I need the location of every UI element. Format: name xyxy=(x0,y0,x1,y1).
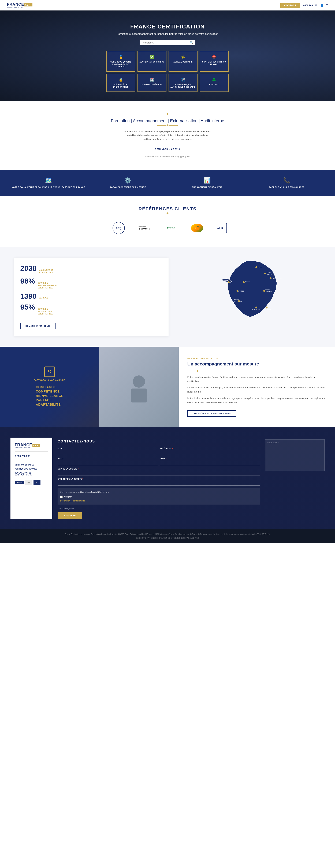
privacy-policy-link[interactable]: Déclaration de confidentialité xyxy=(60,500,85,502)
cat-label-0: GÉNÉRIQUE QUALITÉ ENVIRONNEMENT ÉNERGIE xyxy=(108,61,134,68)
cat-icon-6: ✈️ xyxy=(181,77,185,82)
carousel-prev[interactable]: ‹ xyxy=(99,224,103,232)
value-word-0: CONFIANCE xyxy=(36,385,63,389)
values-section: FC PARTAGEONS NOS VALEURS CONFIANCE COMP… xyxy=(0,347,335,427)
stat-number-1: 98% xyxy=(20,277,35,285)
hero-subtitle: Formation et accompagnement personnalisé… xyxy=(106,32,229,36)
fc-badge-text: FC xyxy=(47,370,52,373)
menu-icon[interactable]: ☰ xyxy=(326,4,328,7)
client-logo-4: CFR xyxy=(213,223,227,233)
hero-categories: 🏅 GÉNÉRIQUE QUALITÉ ENVIRONNEMENT ÉNERGI… xyxy=(106,51,229,92)
required-email: * xyxy=(166,458,167,460)
divider-line-right2 xyxy=(169,125,178,126)
client-atpgc: ATPGC xyxy=(166,226,175,229)
input-email[interactable] xyxy=(160,461,260,465)
intro-divider-mid xyxy=(7,125,328,126)
contact-button[interactable]: CONTACT xyxy=(280,3,300,8)
message-textarea[interactable] xyxy=(265,439,325,471)
politique-cookies-link[interactable]: POLITIQUE DE COOKIES xyxy=(15,468,37,470)
city-dot-strasbourg xyxy=(270,277,271,279)
person-icon[interactable]: 👤 xyxy=(320,4,324,7)
required-ville: * xyxy=(64,458,64,460)
contact-logo-cert: CERT xyxy=(32,444,40,447)
contact-left-sidebar: FRANCE CERT Formation et Certification 0… xyxy=(10,438,52,519)
value-word-1: COMPÉTENCE xyxy=(36,390,63,394)
input-ville[interactable] xyxy=(58,461,158,465)
client-airwell-name: AIRWELL xyxy=(138,227,151,230)
field-ville: VILLE * xyxy=(58,458,158,465)
value-words: CONFIANCE COMPÉTENCE BIENVEILLANCE PARTA… xyxy=(36,385,63,407)
feature-label-3: RAPPEL DANS LA DEMI-JOURNÉE xyxy=(269,186,304,189)
logo-france-text: FRANCE xyxy=(7,2,24,6)
city-dot-montpellier xyxy=(256,306,257,308)
cat-icon-3: ⛑️ xyxy=(212,55,216,59)
hero-content: FRANCE CERTIFICATION Formation et accomp… xyxy=(106,23,229,92)
accept-checkbox[interactable] xyxy=(60,496,63,498)
hero-search-bar: 🔍 xyxy=(140,40,195,45)
stat-row-0: 2038 JOURNÉES DE CONSEIL EN 2023 xyxy=(20,265,162,274)
input-nom[interactable] xyxy=(58,450,158,455)
contact-form-grid: NOM * TÉLÉPHONE * VILLE * EMAIL * NOM DE… xyxy=(58,447,260,486)
stat-row-3: 95% SCORE DE SATISFACTION CLIENT EN 2023 xyxy=(20,304,162,315)
france-map-svg: LILLE ILE DE FRANCE STRASBOURG QUIMPER T… xyxy=(217,258,283,324)
feature-label-2: ENGAGEMENT DE RÉSULTAT xyxy=(192,186,222,189)
carousel-next[interactable]: › xyxy=(232,224,236,232)
field-email: EMAIL * xyxy=(160,458,260,465)
input-effectif[interactable] xyxy=(58,481,260,486)
values-desc-2: Leader national ancré en Bretagne, nous … xyxy=(188,385,326,394)
client-logo-0: advancebeauty xyxy=(108,223,129,233)
cat-btn-4[interactable]: 🔒 SÉCURITÉ DE L'INFORMATION xyxy=(106,74,135,92)
logo-tagline: Formation et Certification xyxy=(7,7,23,8)
cat-btn-5[interactable]: 🏥 DISPOSITIF MÉDICAL xyxy=(137,74,166,92)
feature-label-1: ACCOMPAGNEMENT SUR MESURE xyxy=(110,186,146,189)
clients-carousel: ‹ advancebeauty GROUPE AIRWELL ATPGC 🍊 C… xyxy=(7,219,328,237)
form-required-note: * champs obligatoires xyxy=(58,507,260,509)
values-image-content: FC PARTAGEONS NOS VALEURS CONFIANCE COMP… xyxy=(0,347,99,427)
field-effectif: EFFECTIF DE LA SOCIÉTÉ * xyxy=(58,478,260,486)
stat-number-3: 95% xyxy=(20,304,35,311)
logo-cert-text: CERT xyxy=(25,3,32,6)
values-cta-button[interactable]: CONNAÎTRE NOS ENGAGEMENTS xyxy=(188,410,236,416)
cat-btn-7[interactable]: 🌲 PEFC FSC xyxy=(200,74,229,92)
cat-label-6: AÉRONAUTIQUE AUTOMOBILE NUCLÉAIRE xyxy=(170,84,196,88)
city-label-idf: ILE DE xyxy=(267,272,271,274)
cat-icon-1: ✅ xyxy=(150,55,154,59)
cat-btn-6[interactable]: ✈️ AÉRONAUTIQUE AUTOMOBILE NUCLÉAIRE xyxy=(169,74,198,92)
search-input[interactable] xyxy=(142,41,190,44)
client-circle-0: advancebeauty xyxy=(112,222,125,234)
contact-message-area xyxy=(265,438,325,519)
feature-label-0: VOTRE CONSULTANT PROCHE DE CHEZ VOUS, PA… xyxy=(12,186,85,189)
label-ville: VILLE * xyxy=(58,458,158,460)
contact-separator-2 xyxy=(15,461,48,461)
cat-icon-5: 🏥 xyxy=(150,77,154,82)
submit-button[interactable]: ENVOYER xyxy=(58,512,82,519)
input-societe[interactable] xyxy=(58,471,260,475)
divider-diamond2 xyxy=(166,124,168,126)
cat-btn-2[interactable]: 🌾 AGROALIMENTAIRE xyxy=(169,51,198,71)
client-logo-1: GROUPE AIRWELL xyxy=(134,223,155,233)
person-photo-placeholder xyxy=(122,369,156,404)
values-tagline: PARTAGEONS NOS VALEURS xyxy=(34,379,65,381)
city-label-nantes: NANTES xyxy=(238,290,244,292)
contact-badges: Qualiopi ISO FC xyxy=(15,480,40,485)
divider-line-v1 xyxy=(188,371,196,371)
mentions-legales-link[interactable]: MENTIONS LÉGALES xyxy=(15,464,34,466)
field-telephone: TÉLÉPHONE * xyxy=(160,447,260,455)
declaration-confidentialite-link[interactable]: DÉCLARATION DE CONFIDENTIALITÉ xyxy=(15,472,48,476)
cat-btn-1[interactable]: ✅ ACCRÉDITATION COFRAC xyxy=(137,51,166,71)
client-logo-2: ATPGC xyxy=(161,223,181,233)
values-photo xyxy=(99,347,179,427)
input-telephone[interactable] xyxy=(160,450,260,455)
intro-cta-button[interactable]: DEMANDER UN DEVIS xyxy=(150,146,185,152)
cat-btn-0[interactable]: 🏅 GÉNÉRIQUE QUALITÉ ENVIRONNEMENT ÉNERGI… xyxy=(106,51,135,71)
header-nav: CONTACT 0800 200 268 👤 ☰ xyxy=(280,3,328,8)
cat-icon-2: 🌾 xyxy=(181,55,185,59)
cat-btn-3[interactable]: ⛑️ SANTÉ ET SÉCURITÉ AU TRAVAIL xyxy=(200,51,229,71)
header: FRANCE CERT Formation et Certification C… xyxy=(0,0,335,10)
footer-dev-text: DÉVELOPPÉ PAR E-NSTIS. CRÉATION DE SITE … xyxy=(10,537,325,539)
divider-line-left2 xyxy=(157,125,166,126)
stats-cta-button[interactable]: DEMANDER UN DEVIS xyxy=(20,323,56,329)
client-fruit-logo: 🍊 xyxy=(191,224,203,232)
value-word-3: PARTAGE xyxy=(36,399,63,402)
city-label-bordelaise: RÉGION xyxy=(234,299,239,300)
